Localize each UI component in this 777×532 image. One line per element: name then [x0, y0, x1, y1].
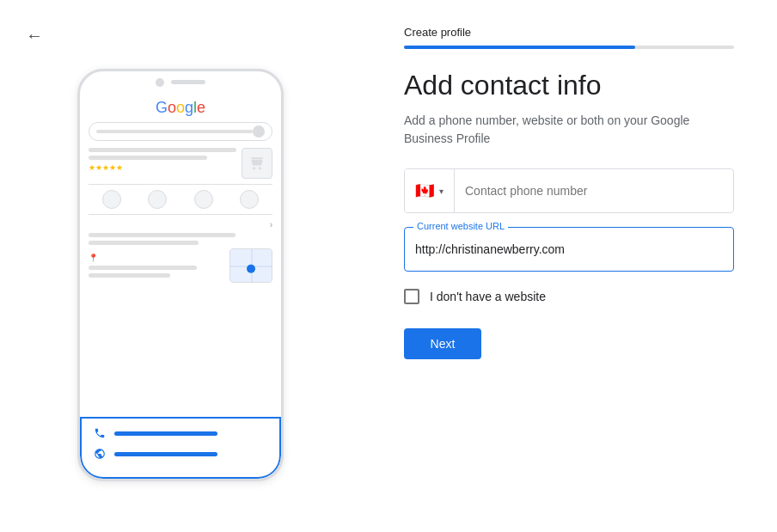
action-icon-1 — [102, 190, 121, 209]
shop-icon — [242, 148, 272, 179]
result-line-2 — [89, 156, 207, 160]
phone-icon — [94, 427, 107, 441]
map-thumbnail — [229, 248, 272, 283]
map-line-2 — [89, 273, 170, 278]
google-logo: Google — [89, 99, 272, 117]
phone-card-row-2 — [94, 448, 267, 462]
page-title: Add contact info — [404, 70, 734, 101]
stars-row: ★★★★★ — [89, 163, 236, 172]
phone-content: Google ★★★★★ — [80, 94, 281, 288]
website-url-label: Current website URL — [413, 221, 508, 231]
progress-label: Create profile — [404, 26, 734, 39]
progress-bar-track — [404, 46, 734, 49]
svg-point-2 — [247, 264, 255, 272]
phone-card-row-1 — [94, 427, 267, 441]
flag-icon: 🇨🇦 — [415, 181, 434, 200]
search-bar-line — [96, 130, 253, 133]
phone-mockup: Google ★★★★★ — [77, 69, 284, 481]
phone-bottom-card — [80, 417, 281, 479]
action-icon-3 — [194, 190, 213, 209]
next-button[interactable]: Next — [404, 328, 481, 359]
progress-section: Create profile — [404, 26, 734, 49]
phone-search-bar — [89, 122, 272, 141]
result-lines: ★★★★★ — [89, 148, 236, 179]
card-line-2 — [114, 452, 217, 456]
website-url-input[interactable] — [405, 228, 733, 271]
dropdown-arrow-icon: ▾ — [439, 187, 444, 196]
result-line-1 — [89, 148, 236, 152]
info-line-2 — [89, 241, 199, 245]
no-website-row: I don't have a website — [404, 289, 734, 304]
country-selector[interactable]: 🇨🇦 ▾ — [405, 169, 455, 212]
progress-bar-fill — [404, 46, 635, 49]
action-icons-row — [89, 190, 272, 209]
website-input-wrapper: Current website URL — [404, 227, 734, 272]
stars: ★★★★★ — [89, 163, 123, 172]
phone-top-bar — [80, 71, 281, 94]
map-line-1 — [89, 266, 197, 270]
right-panel: Create profile Add contact info Add a ph… — [361, 0, 777, 532]
info-lines — [89, 233, 272, 245]
map-row: 📍 — [89, 248, 272, 283]
action-icon-4 — [240, 190, 259, 209]
left-panel: ← Google ★★★★★ — [0, 0, 361, 532]
no-website-checkbox[interactable] — [404, 289, 419, 304]
chevron-right: › — [89, 220, 272, 229]
phone-input-row: 🇨🇦 ▾ — [404, 168, 734, 213]
info-line-1 — [89, 233, 236, 237]
card-line-1 — [114, 431, 217, 436]
action-icon-2 — [148, 190, 167, 209]
divider-2 — [89, 214, 272, 215]
map-lines-text: 📍 — [89, 248, 224, 281]
phone-speaker — [171, 80, 205, 84]
back-button[interactable]: ← — [26, 26, 43, 46]
map-pin-icon: 📍 — [89, 254, 98, 262]
no-website-label: I don't have a website — [430, 290, 546, 303]
page-description: Add a phone number, website or both on y… — [404, 112, 713, 148]
search-icon — [253, 125, 265, 138]
divider-1 — [89, 184, 272, 185]
globe-icon — [94, 448, 107, 462]
phone-camera — [156, 78, 164, 87]
phone-number-input[interactable] — [455, 169, 733, 212]
search-result-block: ★★★★★ — [89, 148, 272, 179]
